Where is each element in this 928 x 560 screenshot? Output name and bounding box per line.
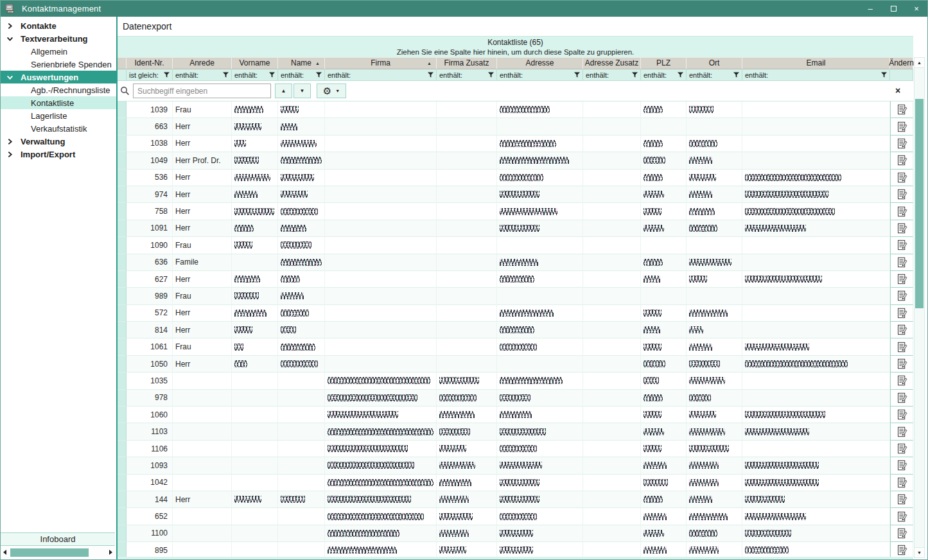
edit-button[interactable] (890, 423, 913, 440)
filter-cell-plz[interactable]: enthält: (641, 69, 687, 81)
edit-button[interactable] (890, 525, 913, 542)
table-row[interactable]: 1060 (118, 407, 913, 423)
clear-search-button[interactable]: × (893, 85, 903, 96)
column-header-name[interactable]: Name▲ (278, 57, 325, 69)
column-header-adresse_zusatz[interactable]: Adresse Zusatz (583, 57, 641, 69)
maximize-icon[interactable] (889, 4, 898, 13)
sidebar-item-allgemein[interactable]: Allgemein (1, 45, 116, 58)
search-settings-button[interactable]: ⚙ ▼ (317, 83, 346, 98)
table-row[interactable]: 978 (118, 390, 913, 407)
edit-button[interactable] (890, 441, 913, 457)
filter-cell-ort[interactable]: enthält: (687, 69, 742, 81)
table-row[interactable]: 1039Frau (118, 101, 913, 118)
edit-button[interactable] (890, 322, 913, 338)
edit-button[interactable] (890, 203, 913, 220)
column-header-ident[interactable]: Ident-Nr. (127, 57, 173, 69)
table-row[interactable]: 1042 (118, 475, 913, 491)
table-row[interactable]: 1038Herr (118, 136, 913, 152)
sidebar-item-verkaufstatistik[interactable]: Verkaufstatistik (1, 122, 116, 135)
column-header-firma_zusatz[interactable]: Firma Zusatz (437, 57, 497, 69)
sidebar-item-serienbriefe-spenden[interactable]: Serienbriefe Spenden (1, 58, 116, 71)
table-row[interactable]: 989Frau (118, 288, 913, 304)
edit-button[interactable] (890, 152, 913, 169)
edit-button[interactable] (890, 475, 913, 491)
filter-cell-firma_zusatz[interactable]: enthält: (437, 69, 497, 81)
column-header-firma[interactable]: Firma▲ (325, 57, 437, 69)
column-header-plz[interactable]: PLZ (641, 57, 687, 69)
sidebar-item-import-export[interactable]: Import/Export (1, 148, 116, 161)
sidebar-item-textverarbeitung[interactable]: Textverarbeitung (1, 32, 116, 45)
filter-funnel-icon[interactable] (632, 72, 638, 78)
column-header-aendern[interactable]: Ändern (890, 57, 913, 69)
table-row[interactable]: 1106 (118, 441, 913, 457)
filter-funnel-icon[interactable] (881, 72, 887, 78)
close-icon[interactable]: × (912, 4, 921, 13)
table-row[interactable]: 627Herr (118, 271, 913, 288)
table-row[interactable]: 536Herr (118, 170, 913, 186)
table-row[interactable]: 663Herr (118, 118, 913, 135)
edit-button[interactable] (890, 508, 913, 525)
table-row[interactable]: 1035 (118, 372, 913, 389)
filter-cell-name[interactable]: enthält: (278, 69, 325, 81)
horizontal-scroll-track[interactable] (9, 548, 107, 557)
edit-button[interactable] (890, 390, 913, 407)
filter-funnel-icon[interactable] (269, 72, 275, 78)
edit-button[interactable] (890, 101, 913, 118)
table-row[interactable]: 1090Frau (118, 237, 913, 254)
sidebar-item-kontaktliste[interactable]: Kontaktliste (1, 96, 116, 109)
filter-funnel-icon[interactable] (223, 72, 229, 78)
column-header-ort[interactable]: Ort (687, 57, 742, 69)
edit-button[interactable] (890, 220, 913, 237)
search-previous-button[interactable]: ▲ (275, 83, 292, 98)
table-row[interactable]: 1091Herr (118, 220, 913, 237)
table-row[interactable]: 974Herr (118, 186, 913, 203)
horizontal-scroll-thumb[interactable] (10, 548, 89, 557)
table-row[interactable]: 1103 (118, 423, 913, 440)
edit-button[interactable] (890, 305, 913, 322)
edit-button[interactable] (890, 271, 913, 288)
edit-button[interactable] (890, 457, 913, 474)
scroll-left-button[interactable] (1, 547, 9, 558)
scroll-up-button[interactable]: ▲ (915, 58, 924, 68)
minimize-icon[interactable]: – (866, 4, 875, 13)
edit-button[interactable] (890, 237, 913, 254)
table-row[interactable]: 572Herr (118, 305, 913, 322)
edit-button[interactable] (890, 288, 913, 304)
search-next-button[interactable]: ▼ (293, 83, 311, 98)
table-row[interactable]: 1093 (118, 457, 913, 474)
filter-funnel-icon[interactable] (316, 72, 322, 78)
edit-button[interactable] (890, 136, 913, 152)
filter-funnel-icon[interactable] (733, 72, 739, 78)
edit-button[interactable] (890, 372, 913, 389)
column-header-adresse[interactable]: Adresse (497, 57, 583, 69)
search-input[interactable] (133, 83, 271, 98)
edit-button[interactable] (890, 338, 913, 355)
table-row[interactable]: 1100 (118, 525, 913, 542)
column-header-anrede[interactable]: Anrede (173, 57, 232, 69)
sidebar-item-kontakte[interactable]: Kontakte (1, 19, 116, 32)
scroll-down-button[interactable]: ▼ (915, 547, 924, 557)
edit-button[interactable] (890, 186, 913, 203)
filter-cell-email[interactable]: enthält: (742, 69, 890, 81)
filter-funnel-icon[interactable] (428, 72, 433, 78)
table-row[interactable]: 1050Herr (118, 356, 913, 372)
table-row[interactable]: 144Herr (118, 491, 913, 508)
edit-button[interactable] (890, 170, 913, 186)
table-row[interactable]: 814Herr (118, 322, 913, 338)
table-row[interactable]: 1061Frau (118, 338, 913, 355)
filter-cell-vorname[interactable]: enthält: (232, 69, 278, 81)
sidebar-item-auswertungen[interactable]: Auswertungen (1, 71, 116, 83)
filter-funnel-icon[interactable] (164, 72, 170, 78)
filter-funnel-icon[interactable] (678, 72, 683, 78)
sidebar-item-lagerliste[interactable]: Lagerliste (1, 109, 116, 122)
edit-button[interactable] (890, 491, 913, 508)
group-by-panel[interactable]: Kontaktliste (65) Ziehen Sie eine Spalte… (118, 36, 913, 57)
table-row[interactable]: 636Famile (118, 254, 913, 271)
table-row[interactable]: 1049Herr Prof. Dr. (118, 152, 913, 169)
scroll-right-button[interactable] (107, 547, 115, 558)
filter-cell-ident[interactable]: ist gleich: (127, 69, 173, 81)
sidebar-item-verwaltung[interactable]: Verwaltung (1, 135, 116, 148)
filter-cell-adresse_zusatz[interactable]: enthält: (583, 69, 641, 81)
tab-datenexport[interactable]: Datenexport (118, 17, 927, 36)
sidebar-item-agb-rechnungsliste[interactable]: Agb.-/Rechnungsliste (1, 83, 116, 96)
